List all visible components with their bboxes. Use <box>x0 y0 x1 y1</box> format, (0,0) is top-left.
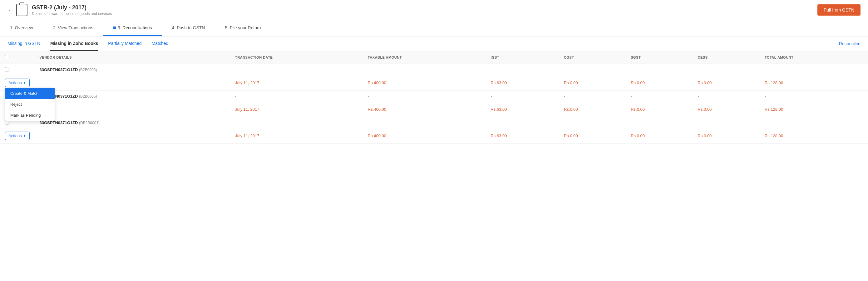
row2-igst: Rs.63.00 <box>486 102 559 117</box>
row1-date: July 11, 2017 <box>230 75 363 91</box>
row3-actions-button[interactable]: Actions ▼ <box>5 132 30 140</box>
tab-overview-label: 1. Overview <box>10 25 33 30</box>
row2-top-sgst: - <box>626 91 692 102</box>
row2-top-taxable: - <box>363 91 486 102</box>
th-igst: IGST <box>486 51 559 64</box>
row3-cgst: Rs.0.00 <box>559 129 626 143</box>
th-sgst: SGST <box>626 51 692 64</box>
row3-vendor-bottom <box>35 129 230 143</box>
row1-sgst: Rs.0.00 <box>626 75 692 91</box>
row3-top-sgst: - <box>626 117 692 129</box>
subtab-missing-gstn[interactable]: Missing in GSTN <box>7 41 40 51</box>
th-taxable: TAXABLE AMOUNT <box>363 51 486 64</box>
table-header-row: VENDOR DETAILS TRANSACTION DATE TAXABLE … <box>0 51 868 64</box>
row1-dropdown-wrapper: Actions ▼ Create & Match Reject Mark as … <box>5 79 30 87</box>
tab-file-return[interactable]: 5. File your Return <box>215 20 271 36</box>
row1-vendor: 33GSPTN0371G1ZD (B2B0003) <box>35 64 230 76</box>
row3-vendor: 33GSPTN0371G1ZD (DB2B0001) <box>35 117 230 129</box>
dropdown-create-match[interactable]: Create & Match <box>5 88 55 99</box>
row1-actions-button[interactable]: Actions ▼ <box>5 79 30 87</box>
transactions-table-container: VENDOR DETAILS TRANSACTION DATE TAXABLE … <box>0 51 868 143</box>
row1-actions-cell: Actions ▼ Create & Match Reject Mark as … <box>0 75 35 91</box>
table-row: 33GSPTN0371G1ZD (B2B0003) - - - - - - - <box>0 64 868 76</box>
tab-push-to-gstn[interactable]: 4. Push to GSTN <box>162 20 215 36</box>
row1-igst: Rs.63.00 <box>486 75 559 91</box>
table-row: 33GSPTN0371G1ZD (DB2B0001) - - - - - - - <box>0 117 868 129</box>
row2-taxable: Rs.400.00 <box>363 102 486 117</box>
subtab-reconciled[interactable]: Reconciled <box>839 41 861 50</box>
row2-date: July 11, 2017 <box>230 102 363 117</box>
subtab-matched[interactable]: Matched <box>152 41 168 51</box>
row2-top-cgst: - <box>559 91 626 102</box>
tab-active-dot <box>113 27 116 29</box>
row2-top-total: - <box>760 91 868 102</box>
row3-top-cess: - <box>693 117 760 129</box>
th-vendor: VENDOR DETAILS <box>35 51 230 64</box>
row3-top-cgst: - <box>559 117 626 129</box>
row2-total: Rs.128.00 <box>760 102 868 117</box>
row1-total: Rs.128.00 <box>760 75 868 91</box>
tab-reconciliations-label: 3. Reconciliations <box>118 25 152 30</box>
row1-top-cgst: - <box>559 64 626 76</box>
row3-taxable: Rs.400.00 <box>363 129 486 143</box>
row3-total: Rs.128.00 <box>760 129 868 143</box>
tab-file-label: 5. File your Return <box>225 25 261 30</box>
row3-date: July 11, 2017 <box>230 129 363 143</box>
dropdown-mark-pending[interactable]: Mark as Pending <box>5 110 55 121</box>
main-tabs: 1. Overview 2. View Transactions 3. Reco… <box>0 20 868 36</box>
row3-actions-cell: Actions ▼ <box>0 129 35 143</box>
row3-top-date: - <box>230 117 363 129</box>
dropdown-arrow-icon: ▼ <box>23 81 26 84</box>
row2-vendor-bottom <box>35 102 230 117</box>
row2-top-igst: - <box>486 91 559 102</box>
subtab-missing-zoho[interactable]: Missing in Zoho Books <box>50 41 98 51</box>
select-all-checkbox[interactable] <box>5 55 9 59</box>
sub-tabs: Missing in GSTN Missing in Zoho Books Pa… <box>0 36 868 51</box>
row3-top-total: - <box>760 117 868 129</box>
row1-check <box>0 64 35 76</box>
row2-vendor: 33GSPTN0371G1ZD (B2B0005) <box>35 91 230 102</box>
tab-view-transactions[interactable]: 2. View Transactions <box>43 20 103 36</box>
row2-top-cess: - <box>693 91 760 102</box>
th-cgst: CGST <box>559 51 626 64</box>
row1-vendor-bottom <box>35 75 230 91</box>
row1-top-taxable: - <box>363 64 486 76</box>
row1-taxable: Rs.400.00 <box>363 75 486 91</box>
row2-cess: Rs.0.00 <box>693 102 760 117</box>
pull-from-gstn-button[interactable]: Pull from GSTN <box>817 4 861 15</box>
dropdown-reject[interactable]: Reject <box>5 99 55 110</box>
row1-top-date: - <box>230 64 363 76</box>
row2-cgst: Rs.0.00 <box>559 102 626 117</box>
table-row: Actions ▼ July 11, 2017 Rs.400.00 Rs.63.… <box>0 102 868 117</box>
subtab-partially-matched[interactable]: Partially Matched <box>108 41 142 51</box>
row2-sgst: Rs.0.00 <box>626 102 692 117</box>
tab-push-label: 4. Push to GSTN <box>172 25 205 30</box>
tab-overview[interactable]: 1. Overview <box>0 20 43 36</box>
th-date: TRANSACTION DATE <box>230 51 363 64</box>
row1-dropdown-menu: Create & Match Reject Mark as Pending <box>5 87 55 121</box>
gstr-icon <box>16 4 28 16</box>
table-row: Actions ▼ Create & Match Reject Mark as … <box>0 75 868 91</box>
table-row: Actions ▼ July 11, 2017 Rs.400.00 Rs.63.… <box>0 129 868 143</box>
row1-checkbox[interactable] <box>5 67 9 71</box>
tab-view-transactions-label: 2. View Transactions <box>53 25 93 30</box>
row3-cess: Rs.0.00 <box>693 129 760 143</box>
dropdown-arrow-icon: ▼ <box>23 134 26 138</box>
row1-cgst: Rs.0.00 <box>559 75 626 91</box>
page-subtitle: Details of inward supplies of goods and … <box>32 11 112 16</box>
row1-top-total: - <box>760 64 868 76</box>
row1-top-igst: - <box>486 64 559 76</box>
th-cess: CESS <box>693 51 760 64</box>
header-left: ‹ GSTR-2 (July - 2017) Details of inward… <box>7 4 112 16</box>
row3-igst: Rs.63.00 <box>486 129 559 143</box>
header-title-block: GSTR-2 (July - 2017) Details of inward s… <box>32 4 112 16</box>
transactions-table: VENDOR DETAILS TRANSACTION DATE TAXABLE … <box>0 51 868 143</box>
row1-top-sgst: - <box>626 64 692 76</box>
th-check <box>0 51 35 64</box>
row3-top-taxable: - <box>363 117 486 129</box>
row3-top-igst: - <box>486 117 559 129</box>
tab-reconciliations[interactable]: 3. Reconciliations <box>103 20 162 36</box>
back-button[interactable]: ‹ <box>7 6 12 15</box>
table-row: 33GSPTN0371G1ZD (B2B0005) - - - - - - - <box>0 91 868 102</box>
page-header: ‹ GSTR-2 (July - 2017) Details of inward… <box>0 0 868 20</box>
